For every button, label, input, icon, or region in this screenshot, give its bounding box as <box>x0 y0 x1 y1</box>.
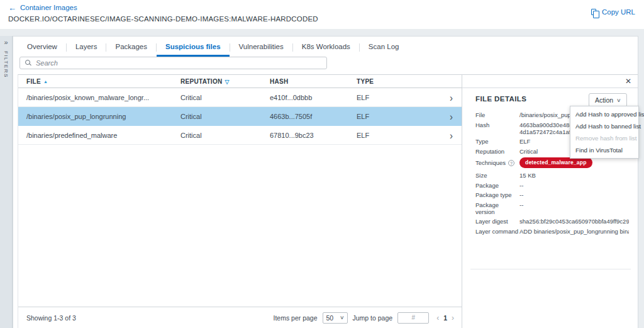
items-per-page-select[interactable]: 50 ∨ <box>323 312 348 324</box>
back-link-label: Container Images <box>20 4 77 11</box>
field-value: sha256:bf29c0453ca650970bbfa49ff9c292d10… <box>519 218 629 225</box>
column-header-hash[interactable]: HASH <box>270 78 357 85</box>
close-icon[interactable]: ✕ <box>625 77 631 86</box>
tab-layers[interactable]: Layers <box>67 38 106 57</box>
field-label: Type <box>475 138 519 145</box>
action-button-label: Action <box>595 96 613 104</box>
pager: ‹ 1 › <box>436 314 454 322</box>
table-row-selected[interactable]: /binaries/posix_pup_longrunning Critical… <box>18 107 462 126</box>
technique-badge[interactable]: detected_malware_app <box>519 157 592 168</box>
menu-item-add-hash-approved[interactable]: Add Hash to approved list <box>570 108 638 120</box>
top-header: ← Container Images DOCKER.IO/OCTARINESEC… <box>0 0 644 29</box>
copy-url-label: Copy URL <box>602 8 635 16</box>
filter-active-icon: ▽ <box>225 79 230 85</box>
field-label: Layer command <box>475 228 519 235</box>
column-header-reputation[interactable]: REPUTATION▽ <box>180 78 270 85</box>
table-row[interactable]: /binaries/posix_known_malware_longr... C… <box>18 88 462 107</box>
current-page-number[interactable]: 1 <box>443 314 447 322</box>
menu-item-find-virustotal[interactable]: Find in VirusTotal <box>570 144 638 156</box>
main-panel: Overview Layers Packages Suspicious file… <box>13 36 638 328</box>
copy-url-button[interactable]: Copy URL <box>591 8 635 16</box>
cell-type: ELF <box>357 113 426 120</box>
cell-file: /binaries/predefined_malware <box>26 132 180 139</box>
field-label: File <box>475 111 519 118</box>
column-header-file[interactable]: FILE▲ <box>26 78 180 85</box>
cell-file: /binaries/posix_known_malware_longr... <box>26 94 180 101</box>
action-dropdown-menu: Add Hash to approved list Add Hash to ba… <box>570 106 639 159</box>
page-title: DOCKER.IO/OCTARINESEC/IMAGE-SCANNING-DEM… <box>8 15 318 23</box>
action-button[interactable]: Action ∨ <box>589 93 627 107</box>
field-layer-command: Layer command ADD binaries/posix_pup_lon… <box>475 228 629 235</box>
chevron-down-icon: ∨ <box>340 315 345 320</box>
field-label: Package <box>475 182 519 189</box>
suspicious-files-table: FILE▲ REPUTATION▽ HASH TYPE /binaries/po… <box>18 75 462 328</box>
field-package-version: Package version -- <box>475 201 629 215</box>
cell-hash: e410f...0dbbb <box>270 94 357 101</box>
row-chevron-icon[interactable]: › <box>450 110 453 122</box>
cell-reputation: Critical <box>180 113 270 120</box>
field-package: Package -- <box>475 182 629 189</box>
row-chevron-icon[interactable]: › <box>450 128 453 141</box>
items-per-page-label: Items per page <box>273 314 317 322</box>
details-title: FILE DETAILS <box>475 95 526 103</box>
jump-to-page-input[interactable] <box>397 312 429 324</box>
chevron-down-icon: ∨ <box>616 98 621 103</box>
tab-suspicious-files[interactable]: Suspicious files <box>157 38 230 57</box>
field-value: -- <box>519 182 629 189</box>
field-label: Size <box>475 172 519 179</box>
cell-hash: 4663b...7505f <box>270 113 357 120</box>
pagination-controls: Items per page 50 ∨ Jump to page ‹ 1 › <box>273 312 454 324</box>
cell-type: ELF <box>357 132 426 139</box>
details-divider <box>470 269 631 269</box>
menu-item-add-hash-banned[interactable]: Add Hash to banned list <box>570 120 638 132</box>
tab-overview[interactable]: Overview <box>18 38 66 57</box>
back-to-container-images-link[interactable]: ← Container Images <box>8 4 77 11</box>
field-techniques: Techniques ? detected_malware_app <box>475 157 629 168</box>
tab-packages[interactable]: Packages <box>106 38 156 57</box>
search-icon <box>25 60 31 66</box>
column-header-type[interactable]: TYPE <box>357 78 426 85</box>
cell-reputation: Critical <box>180 94 270 101</box>
next-page-icon[interactable]: › <box>452 314 454 322</box>
search-box <box>19 57 327 69</box>
field-value: 15 KB <box>519 172 629 179</box>
tab-scan-log[interactable]: Scan Log <box>360 38 408 57</box>
items-per-page-value: 50 <box>326 314 334 322</box>
field-value: -- <box>519 201 629 208</box>
filters-rail-label: FILTERS <box>3 51 9 78</box>
tab-vulnerabilities[interactable]: Vulnerabilities <box>230 38 292 57</box>
details-close-bar: ✕ <box>462 75 638 88</box>
table-footer: Showing 1-3 of 3 Items per page 50 ∨ Jum… <box>18 307 462 328</box>
menu-item-remove-hash: Remove hash from list <box>570 132 638 144</box>
copy-icon <box>591 9 596 15</box>
row-chevron-icon[interactable]: › <box>450 91 453 103</box>
cell-hash: 67810...9bc23 <box>270 132 357 139</box>
filters-rail: » FILTERS <box>0 36 13 328</box>
search-input[interactable] <box>36 59 326 67</box>
back-arrow-icon: ← <box>8 4 16 11</box>
table-header-row: FILE▲ REPUTATION▽ HASH TYPE <box>18 75 462 88</box>
results-card: FILE▲ REPUTATION▽ HASH TYPE /binaries/po… <box>18 74 638 328</box>
field-size: Size 15 KB <box>475 172 629 179</box>
jump-to-page-label: Jump to page <box>353 314 393 322</box>
table-row[interactable]: /binaries/predefined_malware Critical 67… <box>18 126 462 145</box>
previous-page-icon[interactable]: ‹ <box>436 314 439 322</box>
tab-k8s-workloads[interactable]: K8s Workloads <box>293 38 359 57</box>
cell-type: ELF <box>357 94 426 101</box>
tab-bar: Overview Layers Packages Suspicious file… <box>18 38 408 57</box>
field-value: ADD binaries/posix_pup_longrunning binar… <box>519 228 629 235</box>
field-package-type: Package type -- <box>475 191 629 198</box>
field-label: Techniques ? <box>475 159 519 166</box>
cell-reputation: Critical <box>180 132 270 139</box>
field-layer-digest: Layer digest sha256:bf29c0453ca650970bbf… <box>475 218 629 225</box>
field-label: Reputation <box>475 148 519 155</box>
showing-count: Showing 1-3 of 3 <box>26 314 76 322</box>
help-icon[interactable]: ? <box>508 160 514 166</box>
field-label: Package type <box>475 191 519 198</box>
field-label: Package version <box>475 201 519 215</box>
field-value: -- <box>519 191 629 198</box>
field-label: Layer digest <box>475 218 519 225</box>
field-value: detected_malware_app <box>519 157 629 168</box>
sort-ascending-icon: ▲ <box>43 79 48 84</box>
expand-filters-icon[interactable]: » <box>0 38 12 46</box>
